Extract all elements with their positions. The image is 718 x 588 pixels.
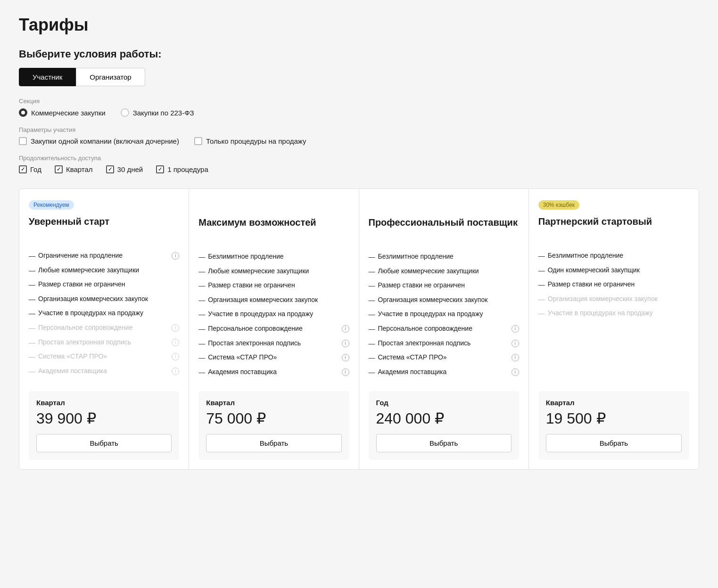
card-1-select-button[interactable]: Выбрать bbox=[206, 434, 341, 452]
card-0-price-box: Квартал39 900 ₽Выбрать bbox=[29, 391, 179, 460]
card-0-select-button[interactable]: Выбрать bbox=[36, 434, 172, 452]
radio-223fz[interactable]: Закупки по 223-ФЗ bbox=[121, 108, 194, 117]
feature-dash: — bbox=[29, 367, 35, 376]
card-0-feature-4: —Участие в процедурах на продажу bbox=[29, 309, 179, 318]
card-1-feature-5-info-icon[interactable]: i bbox=[342, 325, 349, 333]
feature-dash: — bbox=[369, 296, 375, 305]
card-0-badge: Рекомендуем bbox=[29, 200, 74, 210]
card-2-feature-8: —Академия поставщикаi bbox=[369, 368, 519, 377]
duration-1procedure-label: 1 процедура bbox=[167, 165, 208, 173]
card-1-feature-4: —Участие в процедурах на продажу bbox=[198, 310, 349, 319]
feature-dash: — bbox=[198, 368, 205, 377]
card-2-feature-8-text: Академия поставщика bbox=[378, 368, 509, 377]
card-1-feature-8-info-icon[interactable]: i bbox=[342, 368, 349, 376]
card-0-feature-7-text: Система «СТАР ПРО» bbox=[38, 352, 169, 361]
card-3-price-box: Квартал19 500 ₽Выбрать bbox=[538, 391, 689, 460]
tariff-card-1: Максимум возможностей—Безлимитное продле… bbox=[189, 189, 359, 469]
checkbox-sale-only-box bbox=[194, 137, 202, 145]
card-2-feature-2-text: Размер ставки не ограничен bbox=[378, 281, 519, 290]
card-0-feature-3-text: Организация коммерческих закупок bbox=[38, 294, 179, 304]
card-1-badge-placeholder bbox=[198, 200, 349, 211]
feature-dash: — bbox=[369, 267, 375, 277]
card-0-feature-2-text: Размер ставки не ограничен bbox=[38, 280, 179, 289]
checkbox-sale-only-label: Только процедуры на продажу bbox=[206, 137, 306, 145]
card-1-feature-6-info-icon[interactable]: i bbox=[342, 340, 349, 347]
card-2-feature-3-text: Организация коммерческих закупок bbox=[378, 295, 519, 305]
duration-year[interactable]: Год bbox=[19, 165, 41, 173]
card-0-feature-8-info-icon[interactable]: i bbox=[172, 368, 179, 375]
card-2-feature-6-text: Простая электронная подпись bbox=[378, 339, 509, 348]
radio-223fz-label: Закупки по 223-ФЗ bbox=[133, 109, 194, 117]
toggle-participant[interactable]: Участник bbox=[19, 68, 76, 86]
card-3-badge: 30% кэшбек bbox=[538, 200, 579, 210]
duration-30days[interactable]: 30 дней bbox=[106, 165, 143, 173]
feature-dash: — bbox=[198, 310, 205, 319]
card-0-feature-8-text: Академия поставщика bbox=[38, 367, 169, 376]
checkbox-single-company-box bbox=[19, 137, 27, 145]
card-0-feature-4-text: Участие в процедурах на продажу bbox=[38, 309, 179, 318]
card-1-feature-5: —Персональное сопровождениеi bbox=[198, 324, 349, 334]
duration-checkboxes: Год Квартал 30 дней 1 процедура bbox=[19, 165, 699, 173]
card-0-feature-6: —Простая электронная подписьi bbox=[29, 338, 179, 348]
feature-dash: — bbox=[29, 324, 35, 333]
feature-dash: — bbox=[538, 266, 545, 276]
card-0-feature-6-info-icon[interactable]: i bbox=[172, 339, 179, 346]
card-0-feature-5-text: Персональное сопровождение bbox=[38, 323, 169, 333]
feature-dash: — bbox=[198, 353, 205, 363]
card-0-features: —Ограничение на продлениеi—Любые коммерч… bbox=[29, 251, 179, 382]
duration-quarter-box bbox=[55, 165, 63, 173]
card-2-feature-0-text: Безлимитное продление bbox=[378, 252, 519, 261]
page-subtitle: Выберите условия работы: bbox=[19, 48, 699, 60]
feature-dash: — bbox=[538, 309, 545, 318]
card-0-title: Уверенный старт bbox=[29, 215, 179, 242]
card-1-price-amount: 75 000 ₽ bbox=[206, 409, 341, 427]
toggle-organizer[interactable]: Организатор bbox=[76, 68, 145, 86]
card-1-feature-0: —Безлимитное продление bbox=[198, 252, 349, 262]
duration-quarter[interactable]: Квартал bbox=[55, 165, 93, 173]
duration-30days-box bbox=[106, 165, 114, 173]
card-2-price-box: Год240 000 ₽Выбрать bbox=[369, 391, 519, 460]
card-1-feature-7-info-icon[interactable]: i bbox=[342, 354, 349, 361]
card-3-select-button[interactable]: Выбрать bbox=[546, 434, 682, 452]
card-1-feature-7-text: Система «СТАР ПРО» bbox=[208, 353, 338, 362]
card-2-select-button[interactable]: Выбрать bbox=[376, 434, 512, 452]
card-0-feature-1-text: Любые коммерческие закупщики bbox=[38, 266, 179, 275]
checkbox-single-company[interactable]: Закупки одной компании (включая дочерние… bbox=[19, 137, 179, 145]
card-2-price-period: Год bbox=[376, 399, 512, 407]
feature-dash: — bbox=[29, 309, 35, 318]
feature-dash: — bbox=[538, 280, 545, 290]
card-0-feature-0-info-icon[interactable]: i bbox=[172, 252, 179, 260]
card-2-feature-6-info-icon[interactable]: i bbox=[512, 340, 519, 347]
card-2-feature-5-text: Персональное сопровождение bbox=[378, 324, 509, 334]
feature-dash: — bbox=[29, 338, 35, 348]
card-3-price-amount: 19 500 ₽ bbox=[546, 409, 682, 427]
card-2-feature-7-text: Система «СТАР ПРО» bbox=[378, 353, 509, 362]
card-1-feature-4-text: Участие в процедурах на продажу bbox=[208, 310, 349, 319]
card-3-price-period: Квартал bbox=[546, 399, 682, 407]
feature-dash: — bbox=[538, 295, 545, 304]
card-2-feature-6: —Простая электронная подписьi bbox=[369, 339, 519, 349]
card-2-feature-8-info-icon[interactable]: i bbox=[512, 368, 519, 376]
duration-1procedure[interactable]: 1 процедура bbox=[156, 165, 208, 173]
card-2-feature-7-info-icon[interactable]: i bbox=[512, 354, 519, 361]
feature-dash: — bbox=[369, 353, 375, 363]
card-1-feature-1-text: Любые коммерческие закупщики bbox=[208, 267, 349, 276]
card-3-feature-1: —Один коммерческий закупщик bbox=[538, 266, 689, 276]
duration-quarter-label: Квартал bbox=[66, 165, 93, 173]
card-2-feature-3: —Организация коммерческих закупок bbox=[369, 295, 519, 305]
card-0-feature-6-text: Простая электронная подпись bbox=[38, 338, 169, 347]
card-1-feature-8: —Академия поставщикаi bbox=[198, 368, 349, 377]
card-3-feature-2: —Размер ставки не ограничен bbox=[538, 280, 689, 290]
card-1-feature-6: —Простая электронная подписьi bbox=[198, 339, 349, 349]
card-2-feature-5-info-icon[interactable]: i bbox=[512, 325, 519, 333]
card-1-feature-2-text: Размер ставки не ограничен bbox=[208, 281, 349, 290]
card-0-feature-7-info-icon[interactable]: i bbox=[172, 353, 179, 360]
card-1-feature-3: —Организация коммерческих закупок bbox=[198, 295, 349, 305]
checkbox-sale-only[interactable]: Только процедуры на продажу bbox=[194, 137, 306, 145]
card-0-feature-5-info-icon[interactable]: i bbox=[172, 324, 179, 332]
radio-commercial[interactable]: Коммерческие закупки bbox=[19, 108, 106, 117]
tariff-card-0: РекомендуемУверенный старт—Ограничение н… bbox=[19, 189, 189, 469]
tariff-cards: РекомендуемУверенный старт—Ограничение н… bbox=[19, 188, 699, 470]
feature-dash: — bbox=[198, 339, 205, 349]
card-2-feature-4-text: Участие в процедурах на продажу bbox=[378, 310, 519, 319]
